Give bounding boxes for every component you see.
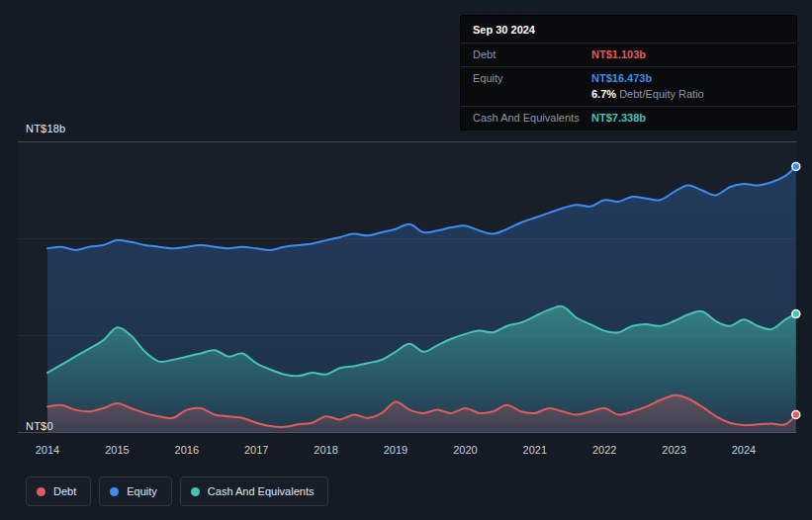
debt-end-dot bbox=[792, 411, 800, 419]
chart-tooltip: Sep 30 2024 Debt NT$1.103b Equity NT$16.… bbox=[461, 16, 796, 130]
legend-item-label: Equity bbox=[127, 485, 157, 497]
tooltip-row-cash: Cash And Equivalents NT$7.338b bbox=[461, 106, 796, 130]
cash-and-equivalents-end-dot bbox=[792, 310, 800, 318]
tooltip-row-equity: Equity NT$16.473b 6.7% Debt/Equity Ratio bbox=[461, 66, 796, 106]
x-tick-2020: 2020 bbox=[453, 444, 477, 456]
tooltip-debt-value: NT$1.103b bbox=[591, 48, 784, 60]
tooltip-debt-label: Debt bbox=[473, 48, 591, 60]
tooltip-equity-label: Equity bbox=[473, 72, 591, 84]
y-axis-max-label: NT$18b bbox=[26, 123, 65, 134]
legend-item-label: Debt bbox=[53, 485, 76, 497]
legend-item-equity[interactable]: Equity bbox=[99, 477, 172, 506]
x-tick-2023: 2023 bbox=[662, 444, 685, 456]
tooltip-equity-value: NT$16.473b bbox=[591, 72, 784, 84]
legend-item-label: Cash And Equivalents bbox=[208, 485, 315, 497]
x-tick-2024: 2024 bbox=[732, 444, 756, 456]
debt-legend-dot bbox=[37, 487, 45, 496]
ratio-value: 6.7% bbox=[591, 88, 616, 100]
cash-legend-dot bbox=[191, 487, 200, 496]
tooltip-date: Sep 30 2024 bbox=[461, 16, 796, 43]
legend-item-cash[interactable]: Cash And Equivalents bbox=[180, 477, 329, 506]
debt-equity-history-panel: 2014201520162017201820192020202120222023… bbox=[0, 0, 812, 520]
legend-item-debt[interactable]: Debt bbox=[26, 477, 91, 506]
x-tick-2019: 2019 bbox=[384, 444, 407, 456]
x-tick-2015: 2015 bbox=[105, 444, 129, 456]
x-tick-2014: 2014 bbox=[36, 444, 59, 456]
x-tick-2018: 2018 bbox=[314, 444, 337, 456]
ratio-caption: Debt/Equity Ratio bbox=[619, 88, 704, 100]
x-tick-2017: 2017 bbox=[244, 444, 268, 456]
equity-end-dot bbox=[792, 162, 800, 170]
tooltip-row-debt: Debt NT$1.103b bbox=[461, 43, 796, 66]
tooltip-debt-equity-ratio: 6.7% Debt/Equity Ratio bbox=[591, 88, 784, 100]
x-tick-2022: 2022 bbox=[592, 444, 616, 456]
chart-legend: Debt Equity Cash And Equivalents bbox=[26, 477, 328, 506]
tooltip-cash-label: Cash And Equivalents bbox=[473, 112, 591, 124]
x-tick-2016: 2016 bbox=[175, 444, 199, 456]
equity-legend-dot bbox=[110, 487, 119, 496]
y-axis-zero-label: NT$0 bbox=[26, 420, 53, 432]
tooltip-cash-value: NT$7.338b bbox=[591, 112, 784, 124]
x-tick-2021: 2021 bbox=[523, 444, 547, 456]
